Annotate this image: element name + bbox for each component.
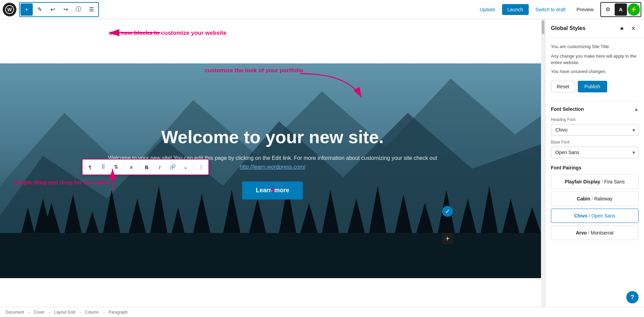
- panel-header: Global Styles ★ ×: [545, 19, 644, 38]
- hero-section: Welcome to your new site. s Welcome to y…: [0, 63, 545, 278]
- panel-body: You are customizing Site Title. Any chan…: [545, 38, 644, 307]
- block-toolbar-divider-2: [139, 163, 139, 171]
- block-paragraph-icon[interactable]: ¶: [84, 161, 96, 173]
- launch-button[interactable]: Launch: [502, 4, 529, 15]
- panel-unsaved: You have unsaved changes.: [551, 69, 639, 74]
- add-block-button[interactable]: +: [20, 3, 33, 16]
- publish-button[interactable]: Publish: [578, 81, 607, 92]
- heading-font-select-wrapper: Chivo Playfair Display Cabin Arvo: [551, 124, 639, 136]
- hero-link[interactable]: http://learn.wordpress.com/: [240, 164, 306, 170]
- preview-button[interactable]: Preview: [572, 5, 598, 14]
- arrow-to-toolbar: [106, 22, 167, 43]
- edit-button[interactable]: ✎: [33, 3, 46, 16]
- undo-button[interactable]: ↩: [46, 3, 59, 16]
- block-align-icon[interactable]: ≡: [125, 161, 137, 173]
- panel-star-button[interactable]: ★: [617, 23, 627, 33]
- gear-button[interactable]: ⚙: [602, 3, 614, 16]
- breadcrumb-arrow-4: →: [102, 310, 106, 315]
- status-bar: Document → Cover → Layout Grid → Column …: [0, 307, 644, 317]
- block-italic-icon[interactable]: I: [153, 161, 166, 173]
- reset-button[interactable]: Reset: [551, 81, 575, 92]
- main-area: add new blocks to customize your website: [0, 19, 644, 307]
- bolt-button[interactable]: ⚡: [628, 3, 640, 16]
- panel-header-actions: ★ ×: [617, 23, 639, 33]
- breadcrumb-arrow-1: →: [27, 310, 31, 315]
- base-font-select-wrapper: Open Sans Fira Sans Raleway Montserrat: [551, 147, 639, 158]
- block-more-icon[interactable]: ⌄: [179, 161, 192, 173]
- base-font-select[interactable]: Open Sans Fira Sans Raleway Montserrat: [551, 147, 639, 158]
- breadcrumb-paragraph[interactable]: Paragraph: [108, 310, 128, 315]
- heading-font-label: Heading Font: [551, 117, 639, 122]
- heading-font-select[interactable]: Chivo Playfair Display Cabin Arvo: [551, 124, 639, 136]
- right-panel: Global Styles ★ × You are customizing Si…: [545, 19, 644, 307]
- svg-rect-5: [0, 233, 545, 278]
- block-move-icon[interactable]: ⇅: [110, 161, 122, 173]
- font-pairing-arvo[interactable]: Arvo / Montserrat: [551, 226, 639, 240]
- block-drag-icon[interactable]: ⠿: [97, 161, 109, 173]
- toolbar-group-left: + ✎ ↩ ↪ ⓘ ☰: [19, 2, 99, 17]
- panel-close-button[interactable]: ×: [628, 23, 639, 33]
- font-pairing-playfair[interactable]: Playfair Display / Fira Sans: [551, 175, 639, 189]
- breadcrumb-column[interactable]: Column: [85, 310, 99, 315]
- breadcrumb-arrow-3: →: [78, 310, 82, 315]
- panel-title: Global Styles: [551, 25, 585, 31]
- base-font-group: Base Font Open Sans Fira Sans Raleway Mo…: [551, 140, 639, 158]
- font-pairing-cabin[interactable]: Cabin / Raleway: [551, 192, 639, 206]
- toolbar-right: Update Launch Switch to draft Preview ⚙ …: [475, 2, 641, 17]
- top-toolbar: W + ✎ ↩ ↪ ⓘ ☰ Update Launch Switch to dr…: [0, 0, 644, 19]
- block-toolbar-divider-1: [123, 163, 124, 171]
- block-options-icon[interactable]: ⋮: [195, 161, 207, 173]
- block-toolbar: ¶ ⠿ ⇅ ≡ B I 🔗 ⌄ ⋮: [82, 159, 209, 175]
- font-selection-title: Font Selection: [551, 106, 584, 112]
- canvas: add new blocks to customize your website: [0, 19, 545, 307]
- font-pairing-chivo[interactable]: Chivo / Open Sans: [551, 209, 639, 223]
- hero-title: Welcome to your new site.: [55, 127, 491, 147]
- add-blocks-annotation: add new blocks to customize your website: [109, 29, 226, 36]
- base-font-label: Base Font: [551, 140, 639, 145]
- info-button[interactable]: ⓘ: [72, 3, 85, 16]
- block-toolbar-divider-3: [193, 163, 193, 171]
- canvas-scrollbar[interactable]: [541, 19, 545, 307]
- add-block-inline-button[interactable]: +: [442, 233, 453, 244]
- wordpress-logo[interactable]: W: [3, 3, 16, 16]
- scrollbar-thumb: [542, 20, 544, 34]
- icon-btn-group: ⚙ A ⚡: [600, 2, 641, 17]
- styles-button[interactable]: A: [615, 3, 627, 16]
- panel-actions: Reset Publish: [551, 81, 639, 92]
- heading-font-group: Heading Font Chivo Playfair Display Cabi…: [551, 117, 639, 136]
- breadcrumb-document[interactable]: Document: [5, 310, 24, 315]
- wp-logo-inner: W: [5, 5, 14, 14]
- block-bold-icon[interactable]: B: [141, 161, 153, 173]
- update-button[interactable]: Update: [475, 5, 499, 14]
- breadcrumb-layout-grid[interactable]: Layout Grid: [54, 310, 75, 315]
- help-button[interactable]: ?: [626, 291, 639, 303]
- breadcrumb-arrow-2: →: [47, 310, 52, 315]
- check-badge: ✓: [442, 206, 453, 217]
- font-pairings-title: Font Pairings: [551, 165, 639, 170]
- list-view-button[interactable]: ☰: [85, 3, 98, 16]
- redo-button[interactable]: ↪: [59, 3, 72, 16]
- font-selection-toggle[interactable]: ▲: [634, 106, 639, 112]
- breadcrumb-cover[interactable]: Cover: [34, 310, 45, 315]
- switch-to-draft-button[interactable]: Switch to draft: [531, 5, 570, 14]
- strikethrough-s: s: [270, 185, 275, 194]
- panel-description-1: You are customizing Site Title.: [551, 43, 639, 50]
- panel-description-2: Any change you make here will apply to t…: [551, 53, 639, 66]
- canvas-header: add new blocks to customize your website: [0, 19, 545, 63]
- block-link-icon[interactable]: 🔗: [166, 161, 179, 173]
- font-selection-section-header: Font Selection ▲: [551, 101, 639, 112]
